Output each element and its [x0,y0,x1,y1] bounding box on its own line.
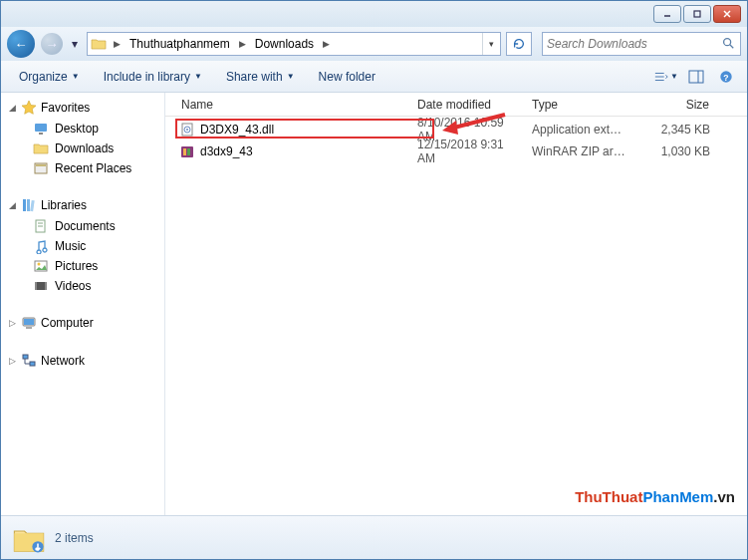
libraries-icon [21,197,37,213]
svg-rect-13 [35,124,47,132]
status-count: 2 items [55,531,94,545]
computer-icon [21,315,37,331]
svg-rect-31 [23,355,28,359]
file-type: WinRAR ZIP archive [524,144,633,158]
file-date: 12/15/2018 9:31 AM [409,138,524,165]
minimize-button[interactable] [653,5,681,23]
favorites-header[interactable]: ◢ Favorites [1,97,164,119]
svg-rect-30 [26,327,32,329]
column-type[interactable]: Type [524,98,633,112]
search-input[interactable] [547,37,721,51]
crumb-root-sep[interactable]: ▶ [110,39,125,49]
network-icon [21,353,37,369]
svg-rect-9 [689,71,703,83]
file-type-icon [179,122,195,138]
computer-header[interactable]: ▷ Computer [1,312,164,334]
recent-places-icon [33,160,49,176]
close-button[interactable] [713,5,741,23]
svg-rect-39 [183,148,186,155]
help-button[interactable]: ? [713,66,739,88]
svg-point-37 [186,129,188,131]
share-with-button[interactable]: Share with▼ [216,66,305,88]
column-size[interactable]: Size [633,98,718,112]
address-bar[interactable]: ▶ Thuthuatphanmem ▶ Downloads ▶ ▾ [87,32,501,56]
file-row[interactable]: d3dx9_4312/15/2018 9:31 AMWinRAR ZIP arc… [165,140,747,162]
new-folder-button[interactable]: New folder [309,66,385,88]
folder-large-icon [11,522,43,554]
svg-rect-14 [39,133,43,135]
maximize-button[interactable] [683,5,711,23]
videos-icon [33,278,49,294]
collapse-icon: ◢ [7,200,17,210]
downloads-icon [33,140,49,156]
column-date[interactable]: Date modified [409,98,524,112]
sidebar-item-music[interactable]: Music [1,236,164,256]
file-size: 1,030 KB [633,144,718,158]
svg-rect-16 [36,164,46,166]
search-icon [721,36,736,53]
svg-rect-32 [30,362,35,366]
file-type-icon [179,143,195,159]
svg-line-5 [730,44,734,48]
expand-icon: ▷ [7,318,17,328]
svg-rect-40 [187,148,190,155]
sidebar-item-pictures[interactable]: Pictures [1,256,164,276]
svg-text:?: ? [723,72,728,82]
computer-label: Computer [41,316,94,330]
watermark: ThuThuatPhanMem.vn [575,488,735,505]
expand-icon: ▷ [7,356,17,366]
breadcrumb-item[interactable]: Downloads [250,33,319,55]
pictures-icon [33,258,49,274]
column-headers[interactable]: Name Date modified Type Size [165,93,747,117]
svg-rect-27 [45,282,47,290]
svg-point-4 [724,38,731,45]
sidebar-item-recent-places[interactable]: Recent Places [1,158,164,178]
file-name: d3dx9_43 [200,144,253,158]
svg-rect-19 [30,200,35,211]
navigation-pane[interactable]: ◢ Favorites Desktop Downloads Recent Pla… [1,93,165,515]
include-in-library-button[interactable]: Include in library▼ [94,66,212,88]
refresh-button[interactable] [506,32,532,56]
svg-rect-29 [24,319,34,325]
column-name[interactable]: Name [165,98,409,112]
svg-rect-18 [27,199,30,211]
folder-icon [88,33,110,55]
crumb-sep[interactable]: ▶ [235,39,250,49]
forward-button[interactable]: → [41,33,63,55]
preview-pane-button[interactable] [683,66,709,88]
sidebar-item-videos[interactable]: Videos [1,276,164,296]
file-size: 2,345 KB [633,123,718,137]
sidebar-item-documents[interactable]: Documents [1,216,164,236]
status-bar: 2 items [1,515,747,559]
file-list[interactable]: D3DX9_43.dll8/10/2016 10:59 AMApplicatio… [165,117,747,162]
music-icon [33,238,49,254]
view-options-button[interactable]: ▼ [653,66,679,88]
libraries-label: Libraries [41,198,87,212]
crumb-sep[interactable]: ▶ [319,39,334,49]
sidebar-item-downloads[interactable]: Downloads [1,139,164,158]
file-type: Application extens... [524,123,633,137]
svg-rect-26 [35,282,37,290]
file-name: D3DX9_43.dll [200,123,274,137]
documents-icon [33,218,49,234]
organize-button[interactable]: Organize▼ [9,66,90,88]
collapse-icon: ◢ [7,103,17,113]
sidebar-item-desktop[interactable]: Desktop [1,119,164,139]
network-header[interactable]: ▷ Network [1,350,164,372]
back-button[interactable]: ← [7,30,35,58]
svg-rect-17 [23,199,26,211]
breadcrumb-item[interactable]: Thuthuatphanmem [125,33,235,55]
star-icon [21,100,37,116]
network-label: Network [41,354,85,368]
history-dropdown[interactable]: ▾ [69,37,81,51]
favorites-label: Favorites [41,101,90,115]
desktop-icon [33,121,49,137]
svg-rect-1 [694,11,700,17]
search-box[interactable] [542,32,741,56]
svg-point-24 [38,263,41,266]
address-dropdown[interactable]: ▾ [482,33,500,55]
libraries-header[interactable]: ◢ Libraries [1,194,164,216]
